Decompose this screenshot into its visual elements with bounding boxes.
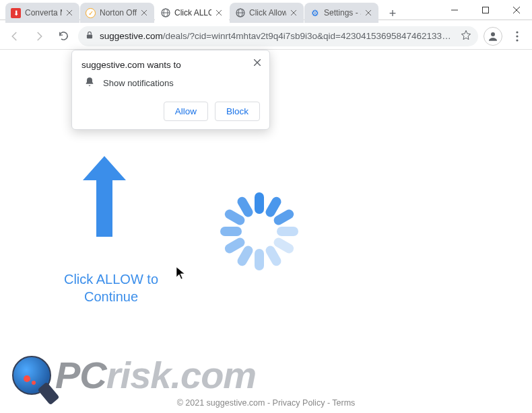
url-text: suggestive.com/deals/?cid=winrt4mhtav2t9… bbox=[100, 31, 455, 41]
up-arrow-graphic bbox=[77, 149, 131, 246]
address-bar[interactable]: suggestive.com/deals/?cid=winrt4mhtav2t9… bbox=[78, 26, 478, 46]
window-close-button[interactable] bbox=[501, 0, 532, 20]
profile-avatar-button[interactable] bbox=[484, 27, 502, 46]
browser-tab-0[interactable]: ⬇ Converta M bbox=[5, 3, 79, 23]
watermark-text-2: risk.com bbox=[106, 353, 256, 397]
pcrisk-watermark: PC risk.com bbox=[12, 353, 256, 397]
chrome-menu-button[interactable] bbox=[508, 27, 527, 46]
svg-rect-30 bbox=[277, 227, 298, 236]
download-icon: ⬇ bbox=[11, 8, 21, 18]
page-footer: © 2021 suggestive.com - Privacy Policy -… bbox=[0, 398, 532, 408]
window-minimize-button[interactable] bbox=[439, 0, 470, 20]
svg-rect-20 bbox=[87, 34, 92, 38]
click-allow-text: Click ALLOW to Continue bbox=[51, 270, 172, 305]
svg-point-22 bbox=[516, 31, 518, 33]
svg-rect-1 bbox=[483, 7, 489, 13]
close-icon[interactable] bbox=[364, 8, 373, 17]
tab-title: Click ALLO bbox=[174, 8, 211, 17]
loading-spinner bbox=[215, 188, 303, 275]
tab-title: Norton Off bbox=[100, 8, 137, 17]
mouse-cursor-icon bbox=[176, 266, 185, 283]
svg-point-21 bbox=[491, 32, 495, 36]
close-icon[interactable] bbox=[139, 8, 149, 17]
bell-icon bbox=[84, 77, 95, 89]
close-icon[interactable] bbox=[214, 8, 224, 17]
globe-icon bbox=[235, 8, 245, 18]
close-icon[interactable] bbox=[289, 8, 298, 17]
browser-tab-2[interactable]: Click ALLO bbox=[155, 3, 229, 23]
tab-title: Click Allow bbox=[249, 8, 286, 17]
svg-point-23 bbox=[516, 35, 518, 37]
close-icon[interactable] bbox=[251, 56, 264, 69]
gear-icon: ⚙ bbox=[310, 8, 320, 18]
permission-title: suggestive.com wants to bbox=[81, 60, 260, 70]
tab-title: Settings - S bbox=[324, 8, 361, 17]
browser-tab-4[interactable]: ⚙ Settings - S bbox=[304, 3, 378, 23]
lock-icon[interactable] bbox=[85, 30, 94, 42]
notification-permission-dialog: suggestive.com wants to Show notificatio… bbox=[71, 50, 270, 130]
svg-rect-27 bbox=[255, 192, 264, 214]
browser-tab-1[interactable]: ✓ Norton Off bbox=[80, 3, 154, 23]
block-button[interactable]: Block bbox=[215, 102, 260, 121]
new-tab-button[interactable]: + bbox=[383, 4, 402, 23]
terms-link[interactable]: Terms bbox=[332, 398, 355, 408]
svg-rect-33 bbox=[255, 249, 264, 270]
tab-strip: ⬇ Converta M ✓ Norton Off Click ALLO Cli… bbox=[0, 0, 402, 23]
permission-item-label: Show notifications bbox=[103, 78, 174, 88]
close-icon[interactable] bbox=[65, 8, 74, 17]
browser-toolbar: suggestive.com/deals/?cid=winrt4mhtav2t9… bbox=[0, 23, 532, 50]
magnifier-icon bbox=[12, 356, 51, 395]
allow-button[interactable]: Allow bbox=[164, 102, 208, 121]
footer-copyright: © 2021 suggestive.com bbox=[177, 398, 265, 408]
tab-title: Converta M bbox=[25, 8, 62, 17]
forward-button[interactable] bbox=[30, 27, 48, 46]
watermark-text-1: PC bbox=[55, 353, 106, 397]
window-maximize-button[interactable] bbox=[470, 0, 501, 20]
reload-button[interactable] bbox=[54, 27, 73, 46]
browser-tab-3[interactable]: Click Allow bbox=[230, 3, 304, 23]
norton-icon: ✓ bbox=[86, 8, 96, 18]
back-button[interactable] bbox=[5, 27, 24, 46]
bookmark-star-icon[interactable] bbox=[461, 30, 471, 42]
globe-icon bbox=[160, 8, 170, 18]
privacy-policy-link[interactable]: Privacy Policy bbox=[273, 398, 325, 408]
svg-rect-36 bbox=[220, 227, 242, 236]
svg-point-24 bbox=[516, 39, 518, 41]
